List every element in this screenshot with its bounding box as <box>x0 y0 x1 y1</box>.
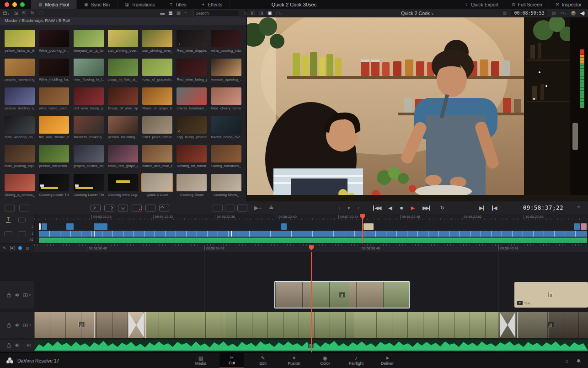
overview-playhead[interactable] <box>362 215 363 244</box>
clip-thumbnail[interactable] <box>74 59 104 76</box>
mute-speaker-icon[interactable] <box>15 323 20 328</box>
curve-tool-icon[interactable]: ✎ <box>3 246 6 250</box>
page-tab[interactable]: ▤ Media <box>188 353 213 368</box>
clip-thumbnail[interactable] <box>142 59 172 76</box>
media-clip[interactable]: person_holding_a... <box>5 87 35 110</box>
cross-dissolve-transition[interactable] <box>500 312 515 338</box>
clip-thumbnail[interactable] <box>176 174 207 191</box>
previous-edit-icon[interactable]: ◀ <box>492 204 497 211</box>
breadcrumb[interactable]: Master / Blackmagic RAW / B Roll <box>0 17 246 25</box>
timeline-options-menu-icon[interactable]: ≡ <box>577 204 580 211</box>
media-clip[interactable]: person_harvestin... <box>39 145 69 168</box>
clip-thumbnail[interactable] <box>211 87 241 105</box>
clip-thumbnail[interactable] <box>5 87 35 105</box>
mute-speaker-icon[interactable] <box>15 343 20 348</box>
flag-icon[interactable] <box>18 246 22 250</box>
zoom-window-button[interactable] <box>20 2 25 7</box>
media-clip[interactable]: ♪ egg_being_placed... <box>176 116 207 139</box>
viewer-options-dropdown[interactable]: ▢∨ <box>276 11 283 16</box>
media-clip[interactable]: Red_wine_being_p... <box>176 59 207 81</box>
timeline-resolution-icon[interactable] <box>5 204 15 211</box>
page-tab[interactable]: ✎ Edit <box>251 353 275 368</box>
media-clip[interactable]: Cooking Show_ <box>211 174 241 197</box>
list-view-icon[interactable]: ≡ <box>184 11 187 16</box>
overview-track-v1[interactable] <box>39 231 587 237</box>
media-clip[interactable]: Drops_of_wine_sp... <box>108 87 138 110</box>
clip-thumbnail[interactable] <box>39 59 69 76</box>
clip-thumbnail[interactable] <box>108 174 138 191</box>
filmstrip-view-icon[interactable]: ▥ <box>176 11 181 16</box>
clip-thumbnail[interactable] <box>39 145 69 162</box>
media-clip[interactable]: man_wearing_an_... <box>5 116 35 139</box>
sync-bin-refresh-icon[interactable]: ↻ <box>31 11 34 16</box>
clip-thumbnail[interactable] <box>5 145 35 162</box>
clip-thumbnail[interactable] <box>39 30 69 47</box>
source-overwrite-icon[interactable] <box>159 204 169 211</box>
clip-thumbnail[interactable] <box>108 116 138 134</box>
single-viewer-icon[interactable]: ◧ <box>251 11 255 16</box>
lock-icon[interactable] <box>6 323 11 328</box>
clip-thumbnail[interactable] <box>211 59 241 76</box>
custom-zoom-icon[interactable] <box>237 204 247 211</box>
next-edit-icon[interactable]: ▶ <box>479 204 484 211</box>
overview-track-a1[interactable] <box>39 238 587 243</box>
full-extent-zoom-icon[interactable] <box>213 204 223 211</box>
ripple-overwrite-icon[interactable] <box>118 204 128 211</box>
page-tab[interactable]: ♪ Fairlight <box>344 353 369 368</box>
clip-thumbnail[interactable] <box>142 87 172 105</box>
strip-view-icon[interactable]: ▬ <box>160 11 165 16</box>
clip-thumbnail[interactable]: ♪ <box>176 116 207 134</box>
page-tab[interactable]: ◉ Color <box>313 353 337 368</box>
media-clip[interactable]: coffee_and_milk_b... <box>142 145 172 168</box>
edit-point[interactable] <box>94 312 95 338</box>
import-bin-icon[interactable]: ⇱ <box>22 11 26 16</box>
film-cam-icon[interactable]: ▦ <box>26 246 30 250</box>
video-track-icon[interactable] <box>23 292 28 298</box>
media-clip[interactable]: Cooking Lower Thi... <box>39 174 69 197</box>
track-header-v2[interactable]: 2 <box>0 281 34 308</box>
clip-thumbnail[interactable] <box>211 145 241 162</box>
sort-icon[interactable]: ↑↓ <box>244 11 246 16</box>
page-tab[interactable]: ➤ Deliver <box>375 353 400 368</box>
media-clip[interactable]: tractor_riding_ove... <box>211 116 241 139</box>
clip-thumbnail[interactable] <box>211 174 241 191</box>
media-clip[interactable]: Chef_picks_tomat... <box>142 116 172 139</box>
media-clip[interactable]: Rows_of_grape_tr... <box>142 87 172 110</box>
clip-thumbnail[interactable] <box>142 30 172 47</box>
clip-thumbnail[interactable] <box>74 145 104 162</box>
loop-playback-icon[interactable]: ↻ <box>440 206 444 211</box>
clip-thumbnail[interactable] <box>74 87 104 105</box>
close-window-button[interactable] <box>5 2 9 7</box>
media-clip[interactable]: Quick 2 Cook <box>142 174 172 197</box>
boring-detector-icon[interactable] <box>17 216 27 223</box>
media-clip[interactable]: person_brushing_... <box>108 116 138 139</box>
color-wheel-icon[interactable] <box>571 11 576 16</box>
panel-toggle-tab[interactable]: ▣ Sync Bin <box>77 0 118 9</box>
media-clip[interactable]: Rinsing_off_tomat... <box>176 145 207 168</box>
clip-color-icon[interactable]: ▢ <box>39 11 43 16</box>
loop-out-icon[interactable]: › <box>358 206 359 210</box>
media-clip[interactable]: Cooking Show <box>176 174 207 197</box>
timeline-clip-v2-selected[interactable]: ʃʃ <box>274 281 410 308</box>
media-clip[interactable]: Slicing_tomatoes_... <box>211 145 241 168</box>
clip-thumbnail[interactable] <box>211 30 241 47</box>
clip-thumbnail[interactable] <box>74 116 104 134</box>
import-media-icon[interactable]: ⇲ <box>14 11 18 16</box>
clip-thumbnail[interactable] <box>5 174 35 191</box>
page-tab[interactable]: ✂ Cut <box>219 353 244 368</box>
timeline-viewer-icon[interactable]: ▣ <box>267 11 272 16</box>
lens-icon[interactable]: ◎ <box>552 11 556 16</box>
media-clip[interactable]: grapes_cluster_on... <box>74 145 104 168</box>
clip-thumbnail[interactable] <box>211 116 241 134</box>
detail-zoom-icon[interactable] <box>225 204 235 211</box>
overview-track-v2[interactable] <box>39 223 587 230</box>
smart-insert-icon[interactable] <box>91 204 101 211</box>
append-icon[interactable] <box>104 204 114 211</box>
panel-toggle-tab[interactable]: ◪ Transitions <box>118 0 162 9</box>
clip-thumbnail[interactable] <box>5 30 35 47</box>
media-clip[interactable]: sun_shining_over... <box>108 30 138 53</box>
clip-thumbnail[interactable] <box>108 87 138 105</box>
marker-range-icon[interactable]: [●] <box>10 246 15 250</box>
timeline-main[interactable]: 2 1 A1 ʃʃ ʃʃ T Text ʃʃ ʃʃ <box>0 252 588 352</box>
media-clip[interactable]: cherry_tomatoes_... <box>176 87 207 110</box>
